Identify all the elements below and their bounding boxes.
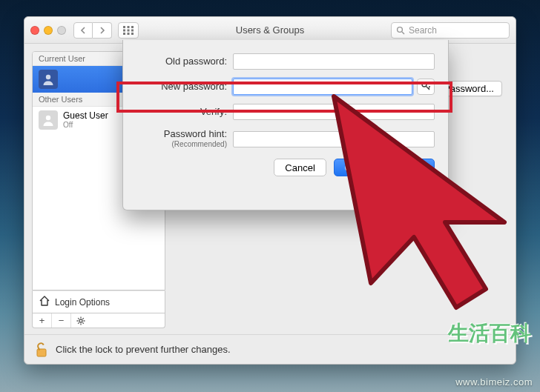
action-menu-button[interactable] bbox=[71, 313, 90, 328]
new-password-input[interactable] bbox=[233, 79, 412, 95]
close-window-button[interactable] bbox=[30, 26, 39, 35]
svg-rect-5 bbox=[131, 29, 134, 31]
search-icon bbox=[396, 26, 405, 35]
remove-user-button[interactable]: − bbox=[52, 313, 71, 328]
minimize-window-button[interactable] bbox=[44, 26, 53, 35]
cancel-button[interactable]: Cancel bbox=[274, 159, 326, 176]
footer: Click the lock to prevent further change… bbox=[24, 334, 516, 364]
svg-line-21 bbox=[78, 322, 79, 323]
avatar-guest bbox=[39, 110, 58, 130]
zoom-window-button[interactable] bbox=[57, 26, 66, 35]
login-options-label: Login Options bbox=[55, 297, 110, 308]
add-user-button[interactable]: + bbox=[33, 313, 52, 328]
svg-rect-2 bbox=[131, 26, 134, 28]
avatar bbox=[39, 70, 58, 89]
home-icon bbox=[39, 296, 50, 308]
old-password-input[interactable] bbox=[233, 53, 435, 70]
svg-rect-4 bbox=[128, 29, 130, 31]
svg-line-18 bbox=[78, 318, 79, 319]
show-all-button[interactable] bbox=[118, 22, 139, 39]
confirm-change-password-button[interactable]: Change Password bbox=[334, 159, 435, 176]
key-icon bbox=[421, 82, 430, 92]
svg-point-9 bbox=[398, 27, 403, 32]
svg-rect-6 bbox=[123, 33, 125, 35]
back-button[interactable] bbox=[73, 22, 93, 39]
hint-input[interactable] bbox=[233, 131, 435, 147]
guest-name: Guest User bbox=[63, 111, 108, 121]
gear-icon bbox=[76, 316, 85, 325]
change-password-sheet: Old password: New password: Verify: Pass… bbox=[122, 40, 449, 210]
watermark-logo: 生活百科 bbox=[448, 319, 531, 348]
lock-icon[interactable] bbox=[35, 342, 48, 358]
login-options-row[interactable]: Login Options bbox=[32, 290, 165, 313]
lock-text: Click the lock to prevent further change… bbox=[56, 344, 231, 355]
svg-rect-7 bbox=[128, 33, 130, 35]
search-field[interactable]: Search bbox=[391, 22, 510, 39]
svg-line-19 bbox=[82, 322, 83, 323]
watermark-url: www.bimeiz.com bbox=[455, 376, 533, 388]
svg-point-12 bbox=[46, 116, 50, 120]
svg-line-20 bbox=[82, 318, 83, 319]
search-placeholder: Search bbox=[409, 25, 437, 36]
svg-rect-3 bbox=[123, 29, 125, 31]
svg-line-10 bbox=[402, 32, 404, 34]
svg-rect-1 bbox=[128, 26, 130, 28]
window-controls bbox=[30, 26, 66, 35]
password-assistant-button[interactable] bbox=[417, 79, 435, 95]
old-password-label: Old password: bbox=[136, 56, 233, 67]
back-forward-segment bbox=[73, 22, 112, 39]
hint-label: Password hint: (Recommended) bbox=[136, 129, 233, 150]
verify-label: Verify: bbox=[136, 107, 233, 117]
new-password-label: New password: bbox=[136, 82, 233, 92]
svg-point-13 bbox=[79, 319, 82, 322]
svg-rect-22 bbox=[37, 349, 46, 356]
svg-rect-8 bbox=[131, 33, 134, 35]
svg-rect-0 bbox=[123, 26, 125, 28]
svg-point-11 bbox=[46, 75, 50, 79]
verify-input[interactable] bbox=[233, 104, 435, 120]
guest-status: Off bbox=[63, 121, 108, 129]
forward-button[interactable] bbox=[93, 22, 112, 39]
add-remove-segment: + − bbox=[32, 313, 165, 328]
